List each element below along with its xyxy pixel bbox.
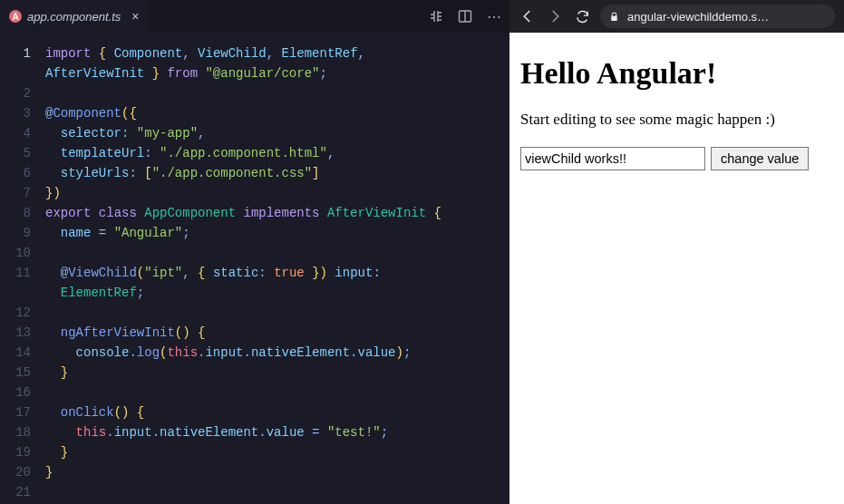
- line-number: 5: [0, 143, 31, 163]
- code-line[interactable]: [45, 83, 509, 103]
- line-number: 18: [0, 422, 31, 442]
- split-editor-icon[interactable]: [457, 8, 473, 24]
- code-line[interactable]: [45, 383, 509, 402]
- code-line[interactable]: [45, 303, 509, 323]
- back-icon[interactable]: [519, 7, 537, 25]
- line-number: 9: [0, 223, 31, 243]
- line-number: 8: [0, 203, 31, 223]
- code-line[interactable]: [45, 482, 509, 502]
- compare-changes-icon[interactable]: [428, 8, 444, 24]
- line-number: 20: [0, 462, 31, 482]
- demo-input[interactable]: [520, 147, 705, 170]
- line-number: 12: [0, 303, 31, 323]
- address-bar[interactable]: angular-viewchilddemo.s…: [600, 5, 835, 28]
- close-icon[interactable]: ×: [131, 9, 139, 24]
- more-actions-icon[interactable]: ⋯: [486, 8, 502, 24]
- browser-toolbar: angular-viewchilddemo.s…: [509, 0, 844, 33]
- forward-icon[interactable]: [546, 7, 564, 25]
- angular-file-icon: A: [9, 10, 22, 23]
- line-number: 13: [0, 323, 31, 343]
- line-number: 4: [0, 123, 31, 143]
- code-line[interactable]: onClick() {: [45, 402, 509, 422]
- code-line[interactable]: }: [45, 363, 509, 383]
- code-line[interactable]: ElementRef;: [45, 283, 509, 303]
- line-number: 14: [0, 343, 31, 363]
- code-line[interactable]: AfterViewInit } from "@angular/core";: [45, 63, 509, 83]
- line-number: 2: [0, 83, 31, 103]
- lock-icon: [609, 12, 620, 22]
- address-text: angular-viewchilddemo.s…: [627, 10, 769, 24]
- change-value-button[interactable]: change value: [711, 147, 809, 170]
- code-line[interactable]: }: [45, 462, 509, 482]
- line-number: 19: [0, 442, 31, 462]
- code-line[interactable]: @ViewChild("ipt", { static: true }) inpu…: [45, 263, 509, 283]
- line-number: 3: [0, 103, 31, 123]
- code-line[interactable]: }): [45, 183, 509, 203]
- line-number-gutter: 123456789101112131415161718192021: [0, 33, 40, 504]
- code-line[interactable]: import { Component, ViewChild, ElementRe…: [45, 44, 509, 63]
- code-line[interactable]: selector: "my-app",: [45, 123, 509, 143]
- code-line[interactable]: export class AppComponent implements Aft…: [45, 203, 509, 223]
- browser-pane: angular-viewchilddemo.s… Hello Angular! …: [509, 0, 844, 504]
- code-line[interactable]: name = "Angular";: [45, 223, 509, 243]
- line-number: 11: [0, 263, 31, 283]
- code-line[interactable]: styleUrls: ["./app.component.css"]: [45, 163, 509, 183]
- line-number: 10: [0, 243, 31, 263]
- code-line[interactable]: @Component({: [45, 103, 509, 123]
- line-number: [0, 283, 31, 303]
- code-line[interactable]: [45, 243, 509, 263]
- code-line[interactable]: }: [45, 442, 509, 462]
- line-number: 16: [0, 383, 31, 402]
- code-line[interactable]: this.input.nativeElement.value = "test!"…: [45, 422, 509, 442]
- code-line[interactable]: console.log(this.input.nativeElement.val…: [45, 343, 509, 363]
- preview-page: Hello Angular! Start editing to see some…: [509, 33, 844, 504]
- code-line[interactable]: templateUrl: "./app.component.html",: [45, 143, 509, 163]
- line-number: 21: [0, 482, 31, 502]
- editor-tabbar: A app.component.ts × ⋯: [0, 0, 509, 33]
- code-line[interactable]: ngAfterViewInit() {: [45, 323, 509, 343]
- line-number: 15: [0, 363, 31, 383]
- editor-tab[interactable]: A app.component.ts ×: [0, 0, 149, 33]
- line-number: 6: [0, 163, 31, 183]
- line-number: [0, 63, 31, 83]
- demo-row: change value: [520, 147, 833, 170]
- code-area[interactable]: 123456789101112131415161718192021 import…: [0, 33, 509, 504]
- line-number: 1: [0, 44, 31, 63]
- code-content[interactable]: import { Component, ViewChild, ElementRe…: [40, 33, 509, 504]
- tab-filename: app.component.ts: [27, 10, 121, 24]
- editor-tab-actions: ⋯: [428, 0, 502, 33]
- line-number: 7: [0, 183, 31, 203]
- editor-pane: A app.component.ts × ⋯ 12345678910111213…: [0, 0, 509, 504]
- reload-icon[interactable]: [573, 7, 591, 25]
- page-heading: Hello Angular!: [520, 56, 833, 91]
- page-subtext: Start editing to see some magic happen :…: [520, 111, 833, 129]
- line-number: 17: [0, 402, 31, 422]
